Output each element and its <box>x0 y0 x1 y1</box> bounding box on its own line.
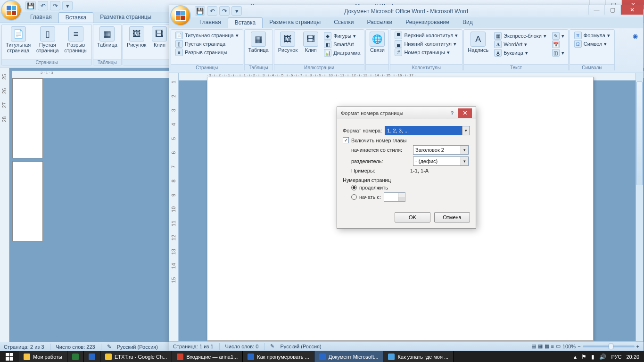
tab-insert-back[interactable]: Вставка <box>58 12 94 23</box>
taskbar-item[interactable]: Документ Microsoft... <box>314 351 384 362</box>
close-button[interactable]: ✕ <box>620 5 643 15</box>
taskbar-item[interactable] <box>84 351 100 362</box>
tab-review[interactable]: Рецензирование <box>399 17 456 28</box>
cover-page-button[interactable]: 📄Титульная страница▾ <box>173 31 240 40</box>
office-button[interactable] <box>1 0 22 21</box>
zoom-in-button[interactable]: + <box>636 344 639 349</box>
textbox-button[interactable]: AНадпись <box>465 31 491 63</box>
chevron-down-icon[interactable]: ▾ <box>462 126 470 135</box>
word-count[interactable]: Число слов: 0 <box>225 344 259 349</box>
blank-page-button[interactable]: ▯Пустая страница <box>173 40 227 48</box>
zoom-level[interactable]: 100% <box>562 344 576 349</box>
tab-mailings[interactable]: Рассылки <box>360 17 399 28</box>
redo-icon[interactable]: ↷ <box>50 1 60 10</box>
shapes-button[interactable]: ◆Фигуры▾ <box>322 32 362 40</box>
help-icon[interactable]: ◉ <box>630 31 640 41</box>
blank-page-button[interactable]: ▯Пустая страница <box>33 25 61 58</box>
header-button[interactable]: ▀Верхний колонтитул▾ <box>393 31 460 40</box>
language-indicator[interactable]: Русский (Россия) <box>117 344 158 350</box>
symbol-button[interactable]: ΩСимвол▾ <box>572 40 609 48</box>
page-number-button[interactable]: #Номер страницы▾ <box>393 48 451 57</box>
footer-button[interactable]: ▄Нижний колонтитул▾ <box>393 40 458 48</box>
taskbar-item[interactable]: Как пронумеровать ... <box>243 351 314 362</box>
network-icon[interactable]: ▮ <box>591 354 594 360</box>
page-indicator[interactable]: Страница: 1 из 1 <box>173 344 214 349</box>
spell-check-icon[interactable]: ✎ <box>270 343 274 349</box>
table-button[interactable]: ▦Таблица <box>246 31 272 63</box>
minimize-button[interactable]: — <box>588 5 604 15</box>
separator-combo[interactable]: - (дефис)▾ <box>413 156 469 166</box>
tab-layout-back[interactable]: Разметка страницы <box>93 12 158 23</box>
tab-layout[interactable]: Разметка страницы <box>263 17 327 28</box>
chevron-down-icon[interactable]: ▾ <box>461 146 468 154</box>
clip-button[interactable]: 🎞Клип <box>300 31 321 63</box>
continue-radio[interactable] <box>351 185 357 190</box>
action-center-icon[interactable]: ⚑ <box>581 354 586 360</box>
cancel-button[interactable]: Отмена <box>434 212 470 222</box>
page-thumbnail[interactable] <box>12 161 43 241</box>
cover-page-button[interactable]: 📄Титульная страница <box>3 25 33 58</box>
start-button[interactable] <box>0 351 19 362</box>
table-button[interactable]: ▦Таблица <box>94 25 120 58</box>
object-button[interactable]: ◫▾ <box>550 49 566 57</box>
page-thumbnail[interactable] <box>12 78 43 158</box>
tab-references[interactable]: Ссылки <box>327 17 360 28</box>
taskbar-item[interactable]: Мои работы <box>19 351 67 362</box>
office-button[interactable] <box>170 5 191 26</box>
clip-button[interactable]: 🎞Клип <box>149 25 170 58</box>
undo-icon[interactable]: ↶ <box>207 6 217 16</box>
dialog-titlebar[interactable]: Формат номера страницы ? ✕ <box>337 107 476 119</box>
language-indicator[interactable]: Русский (Россия) <box>280 344 321 349</box>
equation-button[interactable]: πФормула▾ <box>572 31 612 40</box>
dropcap-button[interactable]: A̲Буквица▾ <box>492 49 548 57</box>
qat-customize-icon[interactable]: ▾ <box>231 6 242 16</box>
tab-view[interactable]: Вид <box>456 17 479 28</box>
view-web-icon[interactable]: ▩ <box>545 343 549 349</box>
dialog-close-button[interactable]: ✕ <box>458 108 472 118</box>
page-break-button[interactable]: ≡Разрыв страницы <box>173 48 229 57</box>
save-icon[interactable]: 💾 <box>25 1 36 10</box>
links-button[interactable]: 🌐Связи <box>367 31 388 63</box>
qat-customize-icon[interactable]: ▾ <box>62 1 73 10</box>
start-at-radio[interactable] <box>351 194 357 200</box>
view-read-icon[interactable]: ▦ <box>538 343 543 349</box>
tab-insert[interactable]: Вставка <box>228 17 263 28</box>
chart-button[interactable]: 📊Диаграмма <box>322 49 362 57</box>
include-chapter-checkbox[interactable]: ✓ <box>343 137 349 143</box>
date-time-button[interactable]: 📅 <box>550 40 566 49</box>
quickparts-button[interactable]: ▦Экспресс-блоки▾ <box>492 32 548 40</box>
tab-home[interactable]: Главная <box>193 17 228 28</box>
wordart-button[interactable]: 𝐀WordArt▾ <box>492 40 548 49</box>
spell-check-icon[interactable]: ✎ <box>107 344 111 350</box>
page-indicator[interactable]: Страница: 2 из 3 <box>4 344 44 350</box>
maximize-button[interactable]: ▢ <box>604 5 620 15</box>
tray-clock[interactable]: 20:20 <box>626 354 639 360</box>
scroll-thumb[interactable] <box>636 82 643 185</box>
view-print-icon[interactable]: ▤ <box>531 343 536 349</box>
taskbar-item[interactable]: Входящие — arina1... <box>172 351 243 362</box>
taskbar-item[interactable] <box>67 351 84 362</box>
volume-icon[interactable]: 🔊 <box>599 354 606 360</box>
zoom-slider[interactable] <box>583 346 635 347</box>
taskbar-item[interactable]: ETXT.ru - Google Ch... <box>100 351 172 362</box>
help-button[interactable]: ? <box>446 108 458 118</box>
vertical-scrollbar[interactable] <box>636 73 643 341</box>
ok-button[interactable]: OK <box>395 212 430 222</box>
tab-home-back[interactable]: Главная <box>24 12 58 23</box>
tray-language[interactable]: РУС <box>611 354 621 360</box>
word-count[interactable]: Число слов: 223 <box>56 344 95 350</box>
picture-button[interactable]: 🖼Рисунок <box>124 25 149 58</box>
tray-up-icon[interactable]: ▴ <box>574 354 577 360</box>
redo-icon[interactable]: ↷ <box>219 6 230 16</box>
zoom-out-button[interactable]: − <box>578 344 580 349</box>
save-icon[interactable]: 💾 <box>195 6 205 16</box>
view-draft-icon[interactable]: ▭ <box>556 343 561 349</box>
number-format-combo[interactable]: 1, 2, 3, ...▾ <box>385 126 470 135</box>
signature-line-button[interactable]: ✎▾ <box>550 32 566 40</box>
chevron-down-icon[interactable]: ▾ <box>461 157 468 165</box>
picture-button[interactable]: 🖼Рисунок <box>275 31 301 63</box>
smartart-button[interactable]: ◧SmartArt <box>322 40 362 49</box>
view-outline-icon[interactable]: ≡ <box>551 344 554 349</box>
heading-style-combo[interactable]: Заголовок 2▾ <box>413 145 469 155</box>
taskbar-item[interactable]: Как узнать где моя ... <box>383 351 454 362</box>
